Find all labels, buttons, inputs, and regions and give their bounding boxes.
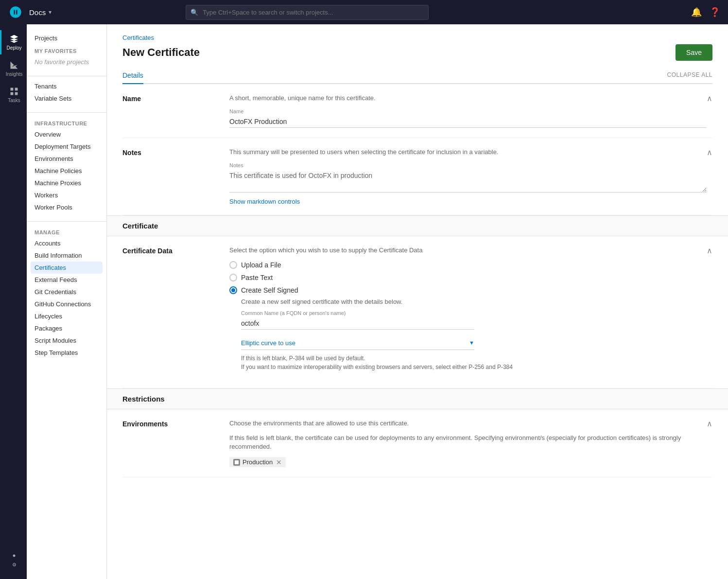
elliptic-dropdown-trigger[interactable]: Elliptic curve to use ▼ xyxy=(241,336,474,350)
nav-deploy-label: Deploy xyxy=(6,45,21,51)
chevron-down-icon: ▼ xyxy=(469,340,474,346)
name-label: Name xyxy=(122,94,229,103)
svg-rect-3 xyxy=(11,92,14,95)
tabs-row: Details COLLAPSE ALL xyxy=(122,67,712,84)
sidenav-git-credentials[interactable]: Git Credentials xyxy=(35,286,99,298)
tab-details[interactable]: Details xyxy=(122,67,143,84)
name-field-label: Name xyxy=(229,108,707,114)
elliptic-dropdown: Elliptic curve to use ▼ xyxy=(241,336,474,350)
radio-self-signed[interactable]: Create Self Signed xyxy=(229,286,707,294)
help-icon[interactable]: ❓ xyxy=(710,7,720,18)
tag-production: Production ✕ xyxy=(229,457,286,467)
sidenav-deployment-targets[interactable]: Deployment Targets xyxy=(35,140,99,153)
page-header: Certificates New Certificate Save xyxy=(107,24,728,61)
name-description: A short, memorable, unique name for this… xyxy=(229,94,707,103)
project-selector[interactable]: Docs ▾ xyxy=(29,8,52,17)
notes-label: Notes xyxy=(122,148,229,157)
notes-field-label: Notes xyxy=(229,162,707,168)
elliptic-hint: If this is left blank, P-384 will be use… xyxy=(241,354,707,371)
environments-label: Environments xyxy=(122,419,229,428)
name-input[interactable] xyxy=(229,116,707,128)
search-area: 🔍 xyxy=(186,5,429,20)
nav-item-tasks[interactable]: Tasks xyxy=(0,83,27,107)
sidenav-tenants[interactable]: Tenants xyxy=(35,80,99,92)
chevron-down-icon: ▾ xyxy=(49,9,52,16)
sidenav-manage-title: MANAGE xyxy=(35,226,99,237)
search-icon: 🔍 xyxy=(191,9,198,16)
save-button[interactable]: Save xyxy=(676,44,712,61)
notes-collapse-icon[interactable]: ∧ xyxy=(707,148,712,157)
sidenav-machine-policies[interactable]: Machine Policies xyxy=(35,165,99,177)
sidenav-github-connections[interactable]: GitHub Connections xyxy=(35,298,99,310)
self-signed-desc: Create a new self signed certificate wit… xyxy=(241,298,707,305)
sidenav-workers[interactable]: Workers xyxy=(35,189,99,201)
sidenav-external-feeds[interactable]: External Feeds xyxy=(35,274,99,286)
common-name-label: Common Name (a FQDN or person's name) xyxy=(241,310,707,316)
radio-paste-label: Paste Text xyxy=(241,274,273,281)
sidenav-step-templates[interactable]: Step Templates xyxy=(35,347,99,359)
sidenav-lifecycles[interactable]: Lifecycles xyxy=(35,310,99,322)
svg-rect-6 xyxy=(235,460,239,464)
sidenav-environments[interactable]: Environments xyxy=(35,153,99,165)
environments-collapse-icon[interactable]: ∧ xyxy=(707,419,712,428)
svg-rect-2 xyxy=(15,88,18,91)
tag-production-remove[interactable]: ✕ xyxy=(276,459,282,466)
sidenav-packages[interactable]: Packages xyxy=(35,322,99,334)
radio-upload[interactable]: Upload a File xyxy=(229,261,707,269)
radio-paste[interactable]: Paste Text xyxy=(229,274,707,281)
sidenav-worker-pools[interactable]: Worker Pools xyxy=(35,201,99,213)
page-title: New Certificate xyxy=(122,46,200,59)
name-collapse-icon[interactable]: ∧ xyxy=(707,94,712,103)
svg-rect-4 xyxy=(15,92,18,95)
form-body-cert: Certificate Data Select the option which… xyxy=(107,236,728,388)
svg-point-5 xyxy=(13,555,16,557)
radio-self-signed-label: Create Self Signed xyxy=(241,286,298,294)
breadcrumb[interactable]: Certificates xyxy=(122,34,712,41)
collapse-all-button[interactable]: COLLAPSE ALL xyxy=(667,71,712,78)
sidenav-machine-proxies[interactable]: Machine Proxies xyxy=(35,177,99,189)
form-body: Name A short, memorable, unique name for… xyxy=(107,84,728,215)
topbar-actions: 🔔 ❓ xyxy=(691,7,720,18)
tag-production-label: Production xyxy=(243,458,273,466)
app-logo[interactable] xyxy=(8,4,23,20)
common-name-input[interactable] xyxy=(241,317,474,330)
elliptic-label: Elliptic curve to use xyxy=(241,339,295,347)
certificate-data-section: Certificate Data Select the option which… xyxy=(122,236,712,388)
sidenav-certificates[interactable]: Certificates xyxy=(31,262,103,274)
sidenav-projects[interactable]: Projects xyxy=(35,32,99,44)
self-signed-details: Create a new self signed certificate wit… xyxy=(229,298,707,371)
sidenav-no-favorites: No favorite projects xyxy=(35,56,99,68)
sidenav-accounts[interactable]: Accounts xyxy=(35,237,99,249)
sidenav-variable-sets[interactable]: Variable Sets xyxy=(35,92,99,105)
sidenav-favorites-title: MY FAVORITES xyxy=(35,44,99,56)
radio-paste-circle xyxy=(229,274,237,281)
sidenav: Projects MY FAVORITES No favorite projec… xyxy=(27,24,107,579)
environment-icon xyxy=(233,459,240,466)
project-name: Docs xyxy=(29,8,46,17)
main-content: Certificates New Certificate Save Detail… xyxy=(107,24,728,579)
notifications-icon[interactable]: 🔔 xyxy=(691,7,702,18)
cert-data-label: Certificate Data xyxy=(122,246,229,255)
search-input[interactable] xyxy=(186,5,429,20)
sidenav-infrastructure-title: INFRASTRUCTURE xyxy=(35,117,99,128)
icon-nav: Deploy Insights Tasks ⚙ xyxy=(0,24,27,579)
environments-description: Choose the environments that are allowed… xyxy=(229,419,707,428)
nav-item-settings[interactable]: ⚙ xyxy=(0,547,27,571)
nav-item-insights[interactable]: Insights xyxy=(0,56,27,81)
notes-input[interactable] xyxy=(229,170,707,193)
environments-section: Environments Choose the environments tha… xyxy=(122,409,712,478)
show-markdown-link[interactable]: Show markdown controls xyxy=(229,198,300,205)
nav-settings-label: ⚙ xyxy=(12,562,17,567)
certificate-section-header: Certificate xyxy=(107,215,728,236)
restrictions-section-header: Restrictions xyxy=(107,388,728,409)
notes-section: Notes This summary will be presented to … xyxy=(122,138,712,215)
radio-upload-label: Upload a File xyxy=(241,261,281,269)
nav-item-deploy[interactable]: Deploy xyxy=(0,30,27,54)
sidenav-build-information[interactable]: Build Information xyxy=(35,249,99,262)
sidenav-script-modules[interactable]: Script Modules xyxy=(35,334,99,347)
cert-collapse-icon[interactable]: ∧ xyxy=(707,246,712,255)
sidenav-overview[interactable]: Overview xyxy=(35,128,99,140)
form-body-restrictions: Environments Choose the environments tha… xyxy=(107,409,728,478)
environments-tags: Production ✕ xyxy=(229,457,707,467)
radio-upload-circle xyxy=(229,261,237,269)
